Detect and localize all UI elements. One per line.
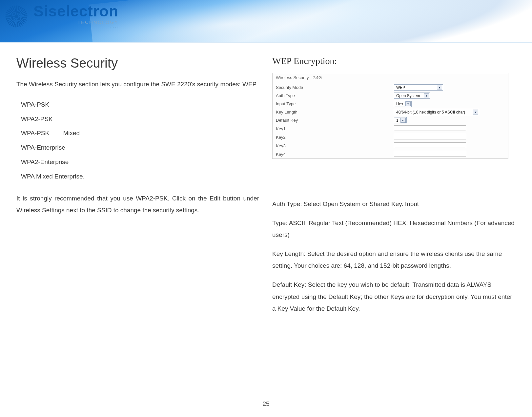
list-item: WPA Mixed Enterprise. bbox=[21, 169, 259, 184]
key2-input[interactable] bbox=[394, 134, 466, 139]
row-label: Key1 bbox=[273, 124, 391, 133]
key-length-select[interactable]: 40/64-bit (10 hex digits or 5 ASCII char… bbox=[394, 109, 479, 115]
brand-logo: Siselectron TECHNOLOGY ····· bbox=[3, 3, 118, 30]
row-label: Input Type bbox=[273, 100, 391, 108]
select-value: Hex bbox=[396, 102, 403, 106]
row-label: Security Mode bbox=[273, 83, 391, 92]
brand-name: Siselectron bbox=[33, 4, 118, 19]
select-value: WEP bbox=[396, 85, 405, 90]
chevron-down-icon: ▾ bbox=[437, 85, 442, 90]
input-type-paragraph: Type: ASCII: Regular Text (Recommended) … bbox=[272, 217, 516, 241]
row-label: Default Key bbox=[273, 116, 391, 124]
list-item: WPA2-Enterprise bbox=[21, 155, 259, 169]
wep-settings-screenshot: Wireless Security - 2.4G Security Mode W… bbox=[272, 73, 508, 159]
chevron-down-icon: ▾ bbox=[473, 110, 478, 115]
key-length-paragraph: Key Length: Select the desired option an… bbox=[272, 248, 516, 272]
list-item: WPA-PSK Mixed bbox=[21, 126, 259, 140]
default-key-paragraph: Default Key: Select the key you wish to … bbox=[272, 279, 516, 314]
header-banner: Siselectron TECHNOLOGY ····· bbox=[0, 0, 532, 43]
auth-type-paragraph: Auth Type: Select Open System or Shared … bbox=[272, 198, 516, 210]
intro-paragraph: The Wireless Security section lets you c… bbox=[16, 78, 259, 90]
default-key-select[interactable]: 1 ▾ bbox=[394, 117, 407, 123]
brand-tagline: TECHNOLOGY bbox=[33, 19, 118, 25]
page-number: 25 bbox=[0, 400, 532, 407]
recommendation-paragraph: It is strongly recommended that you use … bbox=[16, 193, 259, 216]
row-label: Key4 bbox=[273, 150, 391, 158]
chevron-down-icon: ▾ bbox=[405, 101, 411, 106]
list-item: WPA2-PSK bbox=[21, 112, 259, 126]
security-mode-list: WPA-PSK WPA2-PSK WPA-PSK Mixed WPA-Enter… bbox=[21, 97, 259, 183]
input-type-select[interactable]: Hex ▾ bbox=[394, 101, 412, 107]
chevron-down-icon: ▾ bbox=[400, 118, 406, 123]
row-label: Key3 bbox=[273, 141, 391, 150]
page-title: Wireless Security bbox=[16, 56, 259, 71]
list-item: WPA-Enterprise bbox=[21, 140, 259, 155]
key1-input[interactable] bbox=[394, 125, 466, 131]
shot-heading: Wireless Security - 2.4G bbox=[273, 73, 508, 83]
select-value: 40/64-bit (10 hex digits or 5 ASCII char… bbox=[396, 110, 465, 115]
list-item: WPA-PSK bbox=[21, 97, 259, 112]
key3-input[interactable] bbox=[394, 142, 466, 148]
row-label: Key Length bbox=[273, 108, 391, 116]
security-mode-select[interactable]: WEP ▾ bbox=[394, 84, 443, 91]
row-label: Auth Type bbox=[273, 92, 391, 100]
brand-logo-mark bbox=[3, 3, 30, 30]
brand-dots: ····· bbox=[33, 25, 118, 30]
row-label: Key2 bbox=[273, 133, 391, 141]
select-value: 1 bbox=[396, 118, 399, 123]
chevron-down-icon: ▾ bbox=[424, 93, 429, 98]
section-title-wep: WEP Encryption: bbox=[272, 56, 516, 66]
key4-input[interactable] bbox=[394, 151, 466, 156]
select-value: Open System bbox=[396, 94, 420, 98]
auth-type-select[interactable]: Open System ▾ bbox=[394, 93, 430, 99]
